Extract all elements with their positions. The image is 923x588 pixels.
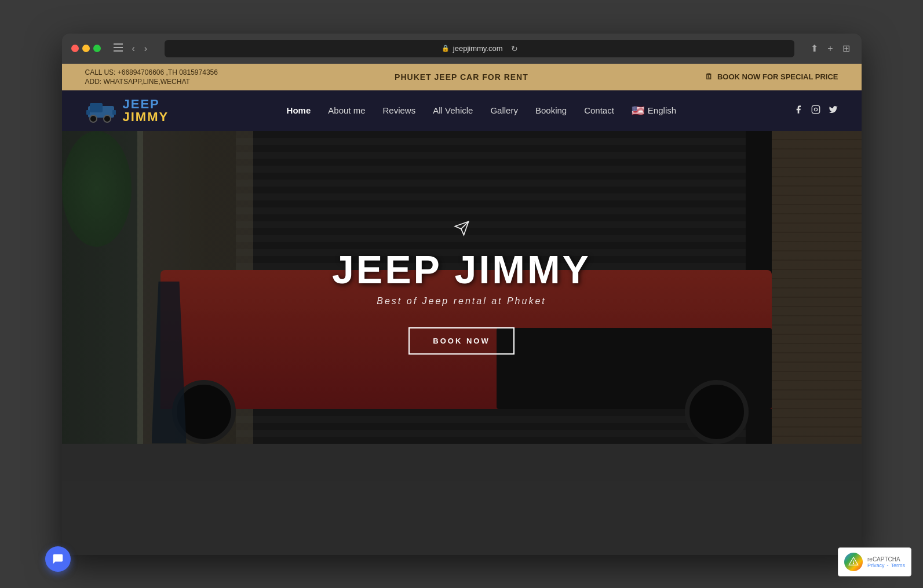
lock-icon: 🔒 [442,45,450,52]
browser-titlebar: ‹ › 🔒 jeepjimmy.com ↻ ⬆ + ⊞ [62,34,862,64]
logo-jimmy-text: JIMMY [123,111,169,123]
nav-item-language[interactable]: 🇺🇸 English [632,104,676,117]
book-special-label: BOOK NOW FOR SPECIAL PRICE [717,72,838,81]
nav-item-home[interactable]: Home [287,105,311,116]
hero-content: JEEP JIMMY Best of Jeep rental at Phuket… [62,131,862,444]
svg-rect-4 [90,103,103,112]
traffic-lights [71,45,101,52]
nav-item-about[interactable]: About me [328,105,365,116]
browser-actions: ⬆ + ⊞ [808,42,852,55]
minimize-button[interactable] [82,45,90,52]
nav-link-vehicle[interactable]: All Vehicle [433,105,473,115]
site-footer-bar [62,444,862,481]
url-text: jeepjimmy.com [453,44,503,53]
nav-item-vehicle[interactable]: All Vehicle [433,105,473,116]
flag-icon: 🇺🇸 [632,104,644,117]
logo-text: JEEP JIMMY [123,98,169,123]
reload-icon[interactable]: ↻ [511,44,518,53]
nav-menu: Home About me Reviews All Vehicle Galler… [287,104,676,117]
site-logo[interactable]: JEEP JIMMY [85,97,169,123]
svg-point-5 [90,115,97,122]
svg-point-6 [104,115,111,122]
svg-rect-7 [86,110,90,115]
nav-item-contact[interactable]: Contact [584,105,614,116]
logo-jeep-icon [85,97,117,123]
facebook-icon[interactable] [794,105,803,116]
hero-section: JEEP JIMMY Best of Jeep rental at Phuket… [62,131,862,444]
calendar-icon: 🗓 [705,72,713,81]
nav-link-contact[interactable]: Contact [584,105,614,115]
svg-rect-2 [114,50,123,52]
language-label: English [648,105,676,115]
hero-send-icon [454,220,470,240]
navbar: JEEP JIMMY Home About me Reviews All Veh… [62,90,862,131]
nav-link-reviews[interactable]: Reviews [383,105,416,115]
browser-window: ‹ › 🔒 jeepjimmy.com ↻ ⬆ + ⊞ CALL US: +66… [62,34,862,555]
contact-info: CALL US: +66894706606 ,TH 0815974356 ADD… [85,68,218,86]
hero-cta-button[interactable]: BOOK NOW [408,327,514,355]
top-info-bar: CALL US: +66894706606 ,TH 0815974356 ADD… [62,64,862,90]
website-content: CALL US: +66894706606 ,TH 0815974356 ADD… [62,64,862,481]
promo-center-text: PHUKET JEEP CAR FOR RENT [395,72,528,82]
add-text: ADD: WHATSAPP,LINE,WECHAT [85,78,218,86]
new-tab-button[interactable]: + [825,42,835,55]
logo-jeep-text: JEEP [123,98,169,111]
hero-subtitle: Best of Jeep rental at Phuket [377,296,546,306]
forward-button[interactable]: › [141,41,151,56]
social-links [794,105,838,116]
nav-item-gallery[interactable]: Gallery [490,105,518,116]
nav-item-reviews[interactable]: Reviews [383,105,416,116]
back-button[interactable]: ‹ [129,41,138,56]
nav-item-booking[interactable]: Booking [535,105,567,116]
instagram-icon[interactable] [811,105,820,116]
maximize-button[interactable] [93,45,101,52]
nav-link-home[interactable]: Home [287,105,311,115]
share-button[interactable]: ⬆ [808,42,820,55]
language-selector[interactable]: 🇺🇸 English [632,104,676,117]
sidebar-toggle-button[interactable] [110,41,126,56]
svg-rect-9 [812,105,820,113]
hero-title: JEEP JIMMY [332,250,591,289]
book-special-button[interactable]: 🗓 BOOK NOW FOR SPECIAL PRICE [705,72,838,81]
nav-link-about[interactable]: About me [328,105,365,115]
svg-rect-0 [114,43,123,45]
twitter-icon[interactable] [829,105,838,116]
svg-rect-8 [112,110,116,115]
svg-rect-1 [114,47,123,48]
call-text: CALL US: +66894706606 ,TH 0815974356 [85,68,218,76]
address-bar[interactable]: 🔒 jeepjimmy.com ↻ [165,40,794,57]
main-nav: Home About me Reviews All Vehicle Galler… [287,104,676,117]
tab-overview-button[interactable]: ⊞ [840,42,852,55]
nav-link-gallery[interactable]: Gallery [490,105,518,115]
close-button[interactable] [71,45,79,52]
nav-link-booking[interactable]: Booking [535,105,567,115]
browser-controls: ‹ › [110,41,151,56]
